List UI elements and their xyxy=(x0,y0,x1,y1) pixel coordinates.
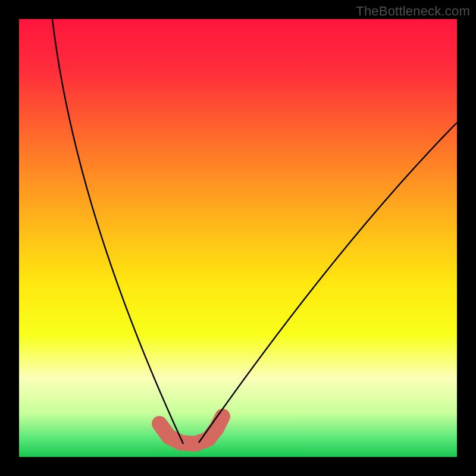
background-gradient xyxy=(19,19,457,457)
svg-rect-0 xyxy=(19,19,457,457)
plot-area xyxy=(19,19,457,457)
outer-frame: TheBottleneck.com xyxy=(0,0,476,476)
watermark-text: TheBottleneck.com xyxy=(356,4,470,19)
